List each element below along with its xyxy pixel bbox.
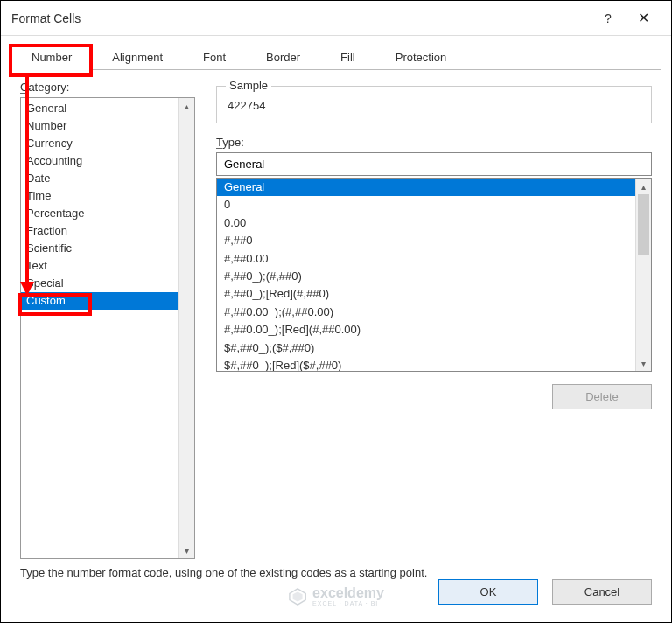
type-item[interactable]: 0.00 <box>217 214 635 232</box>
category-item-text[interactable]: Text <box>21 257 178 275</box>
help-icon[interactable]: ? <box>591 11 626 25</box>
category-item-currency[interactable]: Currency <box>21 135 178 152</box>
tab-underline <box>11 69 661 70</box>
type-item[interactable]: #,##0.00 <box>217 250 635 268</box>
titlebar: Format Cells ? ✕ <box>1 1 671 36</box>
type-item[interactable]: #,##0.00_);(#,##0.00) <box>217 304 635 321</box>
tab-content: Category: General Number Currency Accoun… <box>1 70 671 566</box>
sample-legend: Sample <box>226 79 271 92</box>
tab-border[interactable]: Border <box>246 45 320 70</box>
tab-number[interactable]: Number <box>11 45 92 70</box>
type-item[interactable]: #,##0.00_);[Red](#,##0.00) <box>217 321 635 339</box>
category-item-custom[interactable]: Custom <box>21 292 178 310</box>
format-cells-dialog: Format Cells ? ✕ Number Alignment Font B… <box>0 0 672 623</box>
type-input[interactable] <box>216 152 652 176</box>
tab-protection[interactable]: Protection <box>375 45 467 70</box>
type-item[interactable]: $#,##0_);($#,##0) <box>217 340 635 357</box>
type-item[interactable]: #,##0_);(#,##0) <box>217 268 635 285</box>
ok-button[interactable]: OK <box>438 579 538 605</box>
category-item-date[interactable]: Date <box>21 170 178 187</box>
category-item-general[interactable]: General <box>21 100 178 117</box>
type-item[interactable]: $#,##0_);[Red]($#,##0) <box>217 357 635 371</box>
category-item-time[interactable]: Time <box>21 187 178 205</box>
category-item-special[interactable]: Special <box>21 275 178 292</box>
category-items: General Number Currency Accounting Date … <box>21 98 178 558</box>
category-item-fraction[interactable]: Fraction <box>21 222 178 240</box>
tab-alignment[interactable]: Alignment <box>92 45 183 70</box>
tabs: Number Alignment Font Border Fill Protec… <box>1 36 671 70</box>
type-item[interactable]: 0 <box>217 196 635 214</box>
close-icon[interactable]: ✕ <box>626 10 661 26</box>
cancel-button[interactable]: Cancel <box>552 579 652 605</box>
scroll-up-icon[interactable]: ▴ <box>636 178 651 194</box>
format-detail-panel: Sample 422754 Type: General 0 0.00 #,##0… <box>216 80 652 559</box>
type-listbox[interactable]: General 0 0.00 #,##0 #,##0.00 #,##0_);(#… <box>216 178 652 372</box>
sample-group: Sample 422754 <box>216 86 652 123</box>
delete-row: Delete <box>216 384 652 410</box>
dialog-title: Format Cells <box>11 11 591 25</box>
dialog-footer: OK Cancel <box>1 579 671 622</box>
type-item[interactable]: General <box>217 178 635 196</box>
category-item-number[interactable]: Number <box>21 117 178 135</box>
scroll-down-icon[interactable]: ▾ <box>636 355 651 371</box>
category-item-accounting[interactable]: Accounting <box>21 152 178 170</box>
scroll-down-icon[interactable]: ▾ <box>179 542 194 558</box>
category-panel: Category: General Number Currency Accoun… <box>20 80 195 559</box>
scroll-thumb[interactable] <box>638 194 649 256</box>
category-item-scientific[interactable]: Scientific <box>21 240 178 257</box>
tab-font[interactable]: Font <box>183 45 246 70</box>
type-scrollbar[interactable]: ▴ ▾ <box>635 178 651 371</box>
category-listbox[interactable]: General Number Currency Accounting Date … <box>20 97 195 559</box>
category-label: Category: <box>20 80 195 94</box>
scroll-up-icon[interactable]: ▴ <box>179 98 194 114</box>
type-item[interactable]: #,##0 <box>217 232 635 249</box>
hint-text: Type the number format code, using one o… <box>1 566 671 579</box>
category-scrollbar[interactable]: ▴ ▾ <box>178 98 194 558</box>
type-item[interactable]: #,##0_);[Red](#,##0) <box>217 285 635 303</box>
delete-button: Delete <box>552 384 652 410</box>
tab-fill[interactable]: Fill <box>320 45 375 70</box>
sample-value: 422754 <box>228 99 640 112</box>
type-label: Type: <box>216 136 652 149</box>
type-items: General 0 0.00 #,##0 #,##0.00 #,##0_);(#… <box>217 178 635 371</box>
category-item-percentage[interactable]: Percentage <box>21 205 178 222</box>
